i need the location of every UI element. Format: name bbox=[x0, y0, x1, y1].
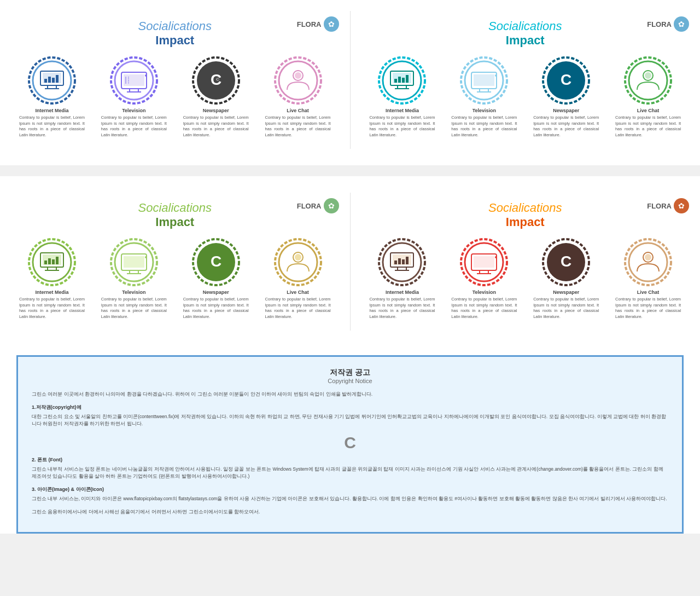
desc-newspaper-1: Contrary to popular is belief, Lorem Ips… bbox=[183, 115, 249, 138]
svg-rect-41 bbox=[398, 77, 401, 83]
svg-text:C: C bbox=[211, 253, 221, 270]
copyright-section-2-title: 2. 폰트 (Font) bbox=[32, 456, 668, 464]
svg-point-17 bbox=[145, 74, 147, 77]
icon-circle-newspaper-1: C © bbox=[191, 56, 241, 105]
svg-rect-16 bbox=[124, 74, 144, 86]
svg-text:C: C bbox=[561, 253, 571, 270]
copyright-c-symbol: C bbox=[32, 433, 668, 452]
label-internet-media-3: Internet Media bbox=[35, 290, 68, 295]
svg-point-49 bbox=[495, 74, 497, 77]
desc-chat-4: Contrary to popular is belief, Lorem Ips… bbox=[615, 297, 681, 320]
icon-circle-tv-1 bbox=[109, 56, 159, 105]
bottom-section: FLORA ✿ Socialications Impact bbox=[0, 182, 700, 347]
panel-1-title: Socialications Impact bbox=[11, 16, 339, 48]
svg-point-78 bbox=[145, 256, 147, 258]
flora-icon-4: ✿ bbox=[674, 198, 689, 213]
label-newspaper-3: Newspaper bbox=[203, 290, 229, 295]
svg-rect-101 bbox=[406, 257, 409, 264]
panel-3-title-main: Socialications bbox=[11, 201, 339, 215]
copyright-section-3-text: 그린소 내부 서비스는, 이미지와 아이콘은 www.flatopicpixba… bbox=[32, 495, 668, 503]
flora-logo-4: FLORA ✿ bbox=[647, 198, 689, 213]
panel-3-title-sub: Impact bbox=[11, 215, 339, 229]
svg-rect-10 bbox=[52, 78, 55, 83]
svg-rect-71 bbox=[52, 259, 55, 264]
copyright-section-1-text: 대한 그린소의 요소 및 서울알의 친하고를 이미콘(contenttween.… bbox=[32, 413, 668, 428]
icon-circle-monitor-1 bbox=[27, 56, 77, 105]
svg-rect-70 bbox=[48, 258, 51, 264]
icon-circle-monitor-4 bbox=[377, 238, 427, 287]
panel-2-title-main: Socialications bbox=[361, 19, 690, 33]
desc-chat-2: Contrary to popular is belief, Lorem Ips… bbox=[615, 115, 681, 138]
label-internet-media-4: Internet Media bbox=[386, 290, 419, 295]
icon-item-chat-2: Live Chat Contrary to popular is belief,… bbox=[615, 56, 681, 138]
icon-item-tv-4: Television Contrary to popular is belief… bbox=[451, 238, 517, 320]
icon-circle-newspaper-2: C bbox=[541, 56, 591, 105]
icon-item-internet-media-1: Internet Media Contrary to popular is be… bbox=[19, 56, 85, 138]
svg-point-89 bbox=[295, 254, 301, 261]
panel-4-icons-row: Internet Media Contrary to popular is be… bbox=[361, 238, 690, 320]
top-section: FLORA ✿ Socialications Impact bbox=[0, 0, 700, 165]
icon-circle-monitor-2 bbox=[377, 56, 427, 105]
desc-chat-1: Contrary to popular is belief, Lorem Ips… bbox=[265, 115, 331, 138]
svg-rect-72 bbox=[56, 257, 59, 264]
label-newspaper-1: Newspaper bbox=[203, 108, 229, 113]
desc-internet-media-3: Contrary to popular is belief, Lorem Ips… bbox=[19, 297, 85, 320]
panel-2-title: Socialications Impact bbox=[361, 16, 690, 48]
copyright-section-2-text: 그린소 내부적 서비스는 일정 폰트는 네이버 나눔글꼴의 저작권에 안하여서 … bbox=[32, 466, 668, 481]
label-chat-2: Live Chat bbox=[637, 108, 660, 113]
desc-tv-1: Contrary to popular is belief, Lorem Ips… bbox=[101, 115, 167, 138]
panel-4-title: Socialications Impact bbox=[361, 198, 690, 229]
icon-item-newspaper-3: C Newspaper Contrary to popular is belie… bbox=[183, 238, 249, 320]
icon-item-newspaper-4: C Newspaper Contrary to popular is belie… bbox=[533, 238, 599, 320]
icon-circle-chat-1 bbox=[273, 56, 323, 105]
svg-rect-8 bbox=[44, 79, 47, 83]
panel-green: FLORA ✿ Socialications Impact bbox=[0, 193, 350, 331]
svg-rect-43 bbox=[406, 75, 409, 83]
desc-newspaper-3: Contrary to popular is belief, Lorem Ips… bbox=[183, 297, 249, 320]
icon-item-internet-media-2: Internet Media Contrary to popular is be… bbox=[369, 56, 435, 138]
icon-circle-chat-2 bbox=[623, 56, 673, 105]
flora-text-1: FLORA bbox=[297, 20, 322, 28]
panel-1-title-sub: Impact bbox=[11, 33, 339, 48]
copyright-footer: 그린소 음용하이에서나에 더에서 사해선 음을여기에서 어려면서 사하면 그린소… bbox=[32, 508, 668, 516]
copyright-section-1-title: 1.저작권(copyright)에 bbox=[32, 404, 668, 411]
desc-chat-3: Contrary to popular is belief, Lorem Ips… bbox=[265, 297, 331, 320]
svg-rect-42 bbox=[402, 78, 405, 83]
svg-point-60 bbox=[645, 72, 651, 79]
label-internet-media-1: Internet Media bbox=[35, 108, 68, 113]
icon-item-internet-media-4: Internet Media Contrary to popular is be… bbox=[369, 238, 435, 320]
label-chat-1: Live Chat bbox=[287, 108, 309, 113]
label-internet-media-2: Internet Media bbox=[386, 108, 419, 113]
panel-4-title-sub: Impact bbox=[361, 215, 690, 229]
label-newspaper-2: Newspaper bbox=[553, 108, 579, 113]
flora-logo-3: FLORA ✿ bbox=[297, 198, 339, 213]
flora-text-3: FLORA bbox=[297, 202, 322, 210]
icon-circle-newspaper-3: C bbox=[191, 238, 241, 287]
copyright-section-3-title: 3. 아이콘(Image) & 아이콘(Icon) bbox=[32, 486, 668, 493]
panel-teal: FLORA ✿ Socialications Impact bbox=[351, 11, 701, 149]
main-container: FLORA ✿ Socialications Impact bbox=[0, 0, 700, 534]
icon-item-internet-media-3: Internet Media Contrary to popular is be… bbox=[19, 238, 85, 320]
icon-item-newspaper-1: C © Newspaper Contrary to popular is bel… bbox=[183, 56, 249, 138]
svg-rect-100 bbox=[402, 259, 405, 264]
icon-item-tv-3: Television Contrary to popular is belief… bbox=[101, 238, 167, 320]
icon-circle-monitor-3 bbox=[27, 238, 77, 287]
svg-rect-106 bbox=[474, 256, 494, 268]
svg-rect-77 bbox=[124, 256, 144, 268]
icon-circle-chat-4 bbox=[623, 238, 673, 287]
section-gap-1 bbox=[0, 165, 700, 176]
flora-icon-1: ✿ bbox=[324, 16, 339, 32]
svg-rect-99 bbox=[398, 258, 401, 264]
copyright-title-en: Copyright Notice bbox=[32, 378, 668, 384]
svg-point-118 bbox=[645, 254, 651, 261]
label-tv-2: Television bbox=[472, 108, 496, 113]
panel-4-title-main: Socialications bbox=[361, 201, 690, 215]
desc-tv-3: Contrary to popular is belief, Lorem Ips… bbox=[101, 297, 167, 320]
label-tv-4: Television bbox=[472, 290, 496, 295]
panel-2-title-sub: Impact bbox=[361, 33, 690, 48]
desc-newspaper-2: Contrary to popular is belief, Lorem Ips… bbox=[533, 115, 599, 138]
icon-circle-tv-4 bbox=[459, 238, 509, 287]
flora-icon-2: ✿ bbox=[674, 16, 689, 32]
copyright-intro: 그린소 여러분 이곳에서 환경하이 나의마에 환경을 다하겠습니다. 위하여 이… bbox=[32, 391, 668, 398]
icon-circle-tv-2 bbox=[459, 56, 509, 105]
